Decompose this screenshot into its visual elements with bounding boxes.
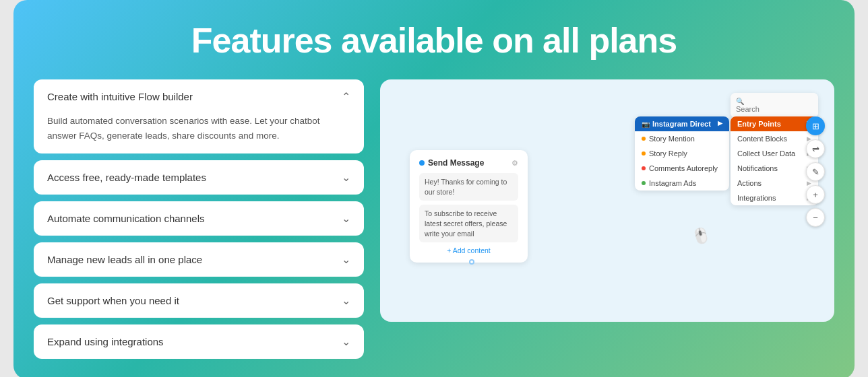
accordion-item-leads: Manage new leads all in one place ⌄ xyxy=(34,242,364,277)
menu-item-actions[interactable]: Actions ▶ xyxy=(731,176,818,191)
instagram-direct-title: 📷 Instagram Direct ▶ xyxy=(635,116,729,131)
message-bubble-2: To subscribe to receive latest secret of… xyxy=(419,205,518,242)
accordion-label-flow-builder: Create with intuitive Flow builder xyxy=(47,91,193,102)
accordion-item-channels: Automate communication channels ⌄ xyxy=(34,201,364,236)
flow-icon-3[interactable]: ✎ xyxy=(806,162,825,181)
accordion-label-templates: Access free, ready-made templates xyxy=(47,172,206,183)
menu-item-story-mention[interactable]: Story Mention xyxy=(635,131,729,146)
chevron-down-icon-3: ⌄ xyxy=(342,253,350,266)
flow-icon-1[interactable]: ⊞ xyxy=(806,116,825,135)
content-row: Create with intuitive Flow builder ⌃ Bui… xyxy=(34,79,834,359)
dot-icon-4 xyxy=(642,181,646,185)
menus-container: 🔍 📷 Instagram Direct xyxy=(635,116,818,205)
menu-item-instagram-ads[interactable]: Instagram Ads xyxy=(635,176,729,191)
accordion-label-channels: Automate communication channels xyxy=(47,213,204,224)
accordion-item-support: Get support when you need it ⌄ xyxy=(34,283,364,318)
accordion-toggle-support[interactable]: Get support when you need it ⌄ xyxy=(34,283,364,318)
chevron-up-icon: ⌃ xyxy=(342,90,350,103)
menu-item-integrations[interactable]: Integrations ▶ xyxy=(731,191,818,205)
connector-dot xyxy=(469,259,474,265)
accordion-label-integrations: Expand using integrations xyxy=(47,336,164,347)
accordion-toggle-leads[interactable]: Manage new leads all in one place ⌄ xyxy=(34,242,364,277)
chevron-down-icon: ⌄ xyxy=(342,171,350,184)
search-panel: 🔍 xyxy=(731,93,818,118)
send-message-card: Send Message ⚙ Hey! Thanks for coming to… xyxy=(410,150,528,263)
instagram-icon: 📷 xyxy=(642,121,650,128)
accordion-label-support: Get support when you need it xyxy=(47,295,179,306)
add-content-button[interactable]: + Add content xyxy=(419,246,518,254)
entry-points-title: Entry Points ▶ xyxy=(731,116,818,131)
right-panel: Send Message ⚙ Hey! Thanks for coming to… xyxy=(380,79,834,322)
menu-item-content-blocks[interactable]: Content Blocks ▶ xyxy=(731,131,818,146)
edit-icon[interactable]: ⚙ xyxy=(512,159,518,168)
chevron-down-icon-4: ⌄ xyxy=(342,294,350,307)
flow-icon-minus[interactable]: − xyxy=(806,208,825,227)
chevron-down-icon-5: ⌄ xyxy=(342,335,350,348)
search-box: 🔍 xyxy=(731,93,818,118)
dot-icon-3 xyxy=(642,166,646,170)
accordion-toggle-integrations[interactable]: Expand using integrations ⌄ xyxy=(34,324,364,359)
accordion-toggle-flow-builder[interactable]: Create with intuitive Flow builder ⌃ xyxy=(34,79,364,114)
accordion-label-leads: Manage new leads all in one place xyxy=(47,254,202,265)
features-card: Features available on all plans Create w… xyxy=(13,0,855,377)
send-message-title: Send Message xyxy=(419,158,484,168)
menu-item-collect-user-data[interactable]: Collect User Data ▶ xyxy=(731,146,818,161)
instagram-direct-menu: 📷 Instagram Direct ▶ Story Mention xyxy=(635,116,729,191)
left-panel: Create with intuitive Flow builder ⌃ Bui… xyxy=(34,79,364,359)
message-bubble-1: Hey! Thanks for coming to our store! xyxy=(419,173,518,201)
entry-points-menu: Entry Points ▶ Content Blocks ▶ Collect … xyxy=(731,116,818,205)
send-message-header: Send Message ⚙ xyxy=(419,158,518,168)
flow-mockup: Send Message ⚙ Hey! Thanks for coming to… xyxy=(396,96,818,305)
accordion-item-flow-builder: Create with intuitive Flow builder ⌃ Bui… xyxy=(34,79,364,153)
page-title: Features available on all plans xyxy=(34,20,834,61)
cursor-icon: 🖱️ xyxy=(690,226,712,247)
accordion-toggle-channels[interactable]: Automate communication channels ⌄ xyxy=(34,201,364,236)
accordion-item-templates: Access free, ready-made templates ⌄ xyxy=(34,160,364,195)
flow-icon-add[interactable]: + xyxy=(806,185,825,204)
accordion-item-integrations: Expand using integrations ⌄ xyxy=(34,324,364,359)
expand-icon: ▶ xyxy=(718,120,722,128)
search-input[interactable] xyxy=(736,105,813,113)
dot-icon xyxy=(642,137,646,141)
status-dot xyxy=(419,160,425,166)
menu-item-story-reply[interactable]: Story Reply xyxy=(635,146,729,161)
accordion-toggle-templates[interactable]: Access free, ready-made templates ⌄ xyxy=(34,160,364,195)
dot-icon-2 xyxy=(642,151,646,156)
menu-item-comments-autoreply[interactable]: Comments Autoreply xyxy=(635,161,729,176)
chevron-down-icon-2: ⌄ xyxy=(342,212,350,225)
flow-icon-2[interactable]: ⇌ xyxy=(806,139,825,158)
accordion-content-flow-builder: Build automated conversation scenarios w… xyxy=(34,114,364,153)
menu-item-notifications[interactable]: Notifications ▶ xyxy=(731,161,818,176)
